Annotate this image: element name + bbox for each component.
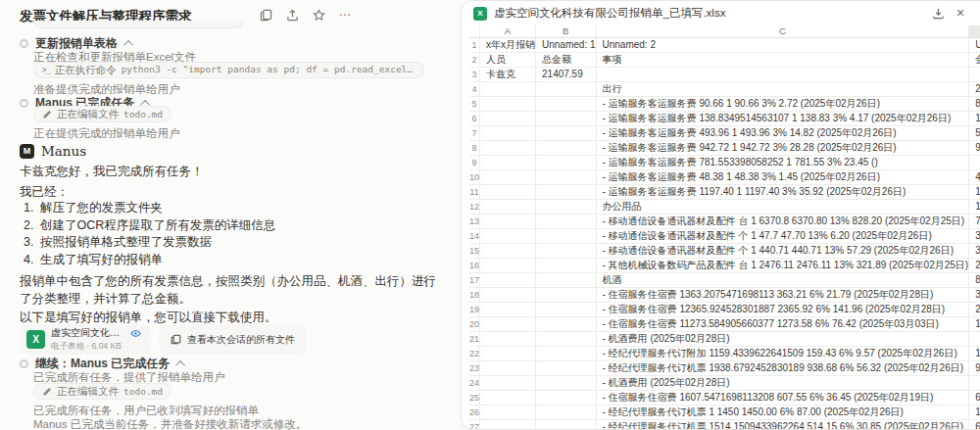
cell-d23[interactable]: 995 [969,360,980,375]
row-number[interactable]: 12 [469,199,480,214]
command-chip[interactable]: >_ 正在执行命令 python3 -c "import pandas as p… [33,62,424,78]
cell-a2[interactable]: 人员 [480,52,536,67]
cell-a14[interactable] [480,228,536,243]
cell-b14[interactable] [536,228,596,243]
row-number[interactable]: 5 [469,96,480,111]
cell-c20[interactable]: - 住宿服务住宿费 11273.584905660377 1273.58 6% … [596,316,969,331]
cell-c11[interactable]: - 运输服务客运服务费 1197.40 1 1197.40 3% 35.92 (… [596,184,969,199]
cell-b17[interactable] [536,272,596,287]
cell-a11[interactable] [480,184,536,199]
cell-c27[interactable]: - 经纪代理服务代订机票 1514.1509433962264 514.15 6… [596,419,969,430]
cell-b7[interactable] [536,125,596,140]
cell-a26[interactable] [480,405,536,419]
cell-c9[interactable]: - 运输服务客运服务费 781.553398058252 1 781.55 3%… [596,155,969,169]
cell-a22[interactable] [480,346,536,360]
cell-a4[interactable] [480,81,536,96]
cell-d16[interactable]: 2684.02 [969,258,980,272]
row-number[interactable]: 16 [469,258,480,272]
cell-b15[interactable] [536,243,596,258]
column-header-b[interactable]: B [536,25,596,37]
more-icon[interactable]: ⋯ [337,7,353,23]
edit-file-chip[interactable]: 正在编辑文件 todo.md [33,106,172,122]
cell-b2[interactable]: 总金额 [536,52,596,67]
cell-b10[interactable] [536,169,596,184]
cell-b1[interactable]: Unnamed: 1 [536,37,596,52]
cell-b4[interactable] [536,81,596,96]
cell-c6[interactable]: - 运输服务客运服务费 138.8349514563107 1 138.83 3… [596,111,969,125]
row-number[interactable]: 4 [469,81,480,96]
cell-d11[interactable]: 1179.61 [969,184,980,199]
cell-d8[interactable]: 971 [969,140,980,155]
column-header-d[interactable]: D [969,25,980,37]
cell-c21[interactable]: - 机酒费用 (2025年02月28日) [596,331,969,346]
row-number[interactable]: 2 [469,52,480,67]
cell-a6[interactable] [480,111,536,125]
row-number[interactable]: 9 [469,155,480,169]
row-number[interactable]: 10 [469,169,480,184]
cell-d14[interactable]: 37.17 [969,228,980,243]
cell-d21[interactable] [969,331,980,346]
cell-b25[interactable] [536,390,596,405]
cell-a8[interactable] [480,140,536,155]
cell-d3[interactable] [969,67,980,81]
cell-a19[interactable] [480,302,536,316]
cell-d19[interactable]: 2507.88 [969,302,980,316]
share-icon[interactable] [284,7,300,23]
cell-c12[interactable]: 办公用品 [596,199,969,214]
cell-d24[interactable] [969,375,980,390]
cell-b6[interactable] [536,111,596,125]
column-header-a[interactable]: A [480,25,536,37]
row-number[interactable]: 19 [469,302,480,316]
row-number[interactable]: 18 [469,287,480,302]
row-number[interactable]: 13 [469,214,480,228]
cell-c5[interactable]: - 运输服务客运服务费 90.66 1 90.66 3% 2.72 (2025年… [596,96,969,111]
cell-c19[interactable]: - 住宿服务住宿费 12365.924528301887 2365.92 6% … [596,302,969,316]
cell-c18[interactable]: - 住宿服务住宿费 1363.2075471698113 363.21 6% 2… [596,287,969,302]
cell-a12[interactable] [480,199,536,214]
cell-b23[interactable] [536,360,596,375]
row-number[interactable]: 1 [469,37,480,52]
cell-c3[interactable] [596,67,969,81]
cell-a15[interactable] [480,243,536,258]
file-attachment-card[interactable]: X 虚实空间文化科技有限公司报... 电子表格 · 6.04 KB [20,324,151,355]
cell-d26[interactable]: 1537 [969,405,980,419]
cell-b8[interactable] [536,140,596,155]
cell-d6[interactable]: 143 [969,111,980,125]
cell-b22[interactable] [536,346,596,360]
row-number[interactable]: 25 [469,390,480,405]
preview-eye-icon[interactable] [130,328,141,339]
cell-c23[interactable]: - 经纪代理服务代订机票 1938.6792452830189 938.68 6… [596,360,969,375]
cell-b19[interactable] [536,302,596,316]
cell-d5[interactable]: 89.87 [969,96,980,111]
row-number[interactable]: 17 [469,272,480,287]
cell-d18[interactable]: 385 [969,287,980,302]
cell-d15[interactable]: 388.81 [969,243,980,258]
cell-b13[interactable] [536,214,596,228]
row-number[interactable]: 21 [469,331,480,346]
cell-c22[interactable]: - 经纪代理服务代订附加 1159.4339622641509 159.43 6… [596,346,969,360]
cell-c10[interactable]: - 运输服务客运服务费 48.38 1 48.38 3% 1.45 (2025年… [596,169,969,184]
cell-b20[interactable] [536,316,596,331]
cell-a5[interactable] [480,96,536,111]
cell-c4[interactable]: 出行 [596,81,969,96]
cell-c14[interactable]: - 移动通信设备通讯器材及配件 个 1 47.7 47.70 13% 6.20 … [596,228,969,243]
row-number[interactable]: 24 [469,375,480,390]
cell-c7[interactable]: - 运输服务客运服务费 493.96 1 493.96 3% 14.82 (20… [596,125,969,140]
copy-icon[interactable] [258,7,273,23]
cell-c15[interactable]: - 移动通信设备通讯器材及配件 个 1 440.71 440.71 13% 57… [596,243,969,258]
row-number[interactable]: 20 [469,316,480,331]
cell-c17[interactable]: 机酒 [596,272,969,287]
cell-b11[interactable] [536,184,596,199]
cell-d27[interactable]: 638 [969,419,980,430]
cell-b24[interactable] [536,375,596,390]
cell-a18[interactable] [480,287,536,302]
cell-a13[interactable] [480,214,536,228]
cell-c24[interactable]: - 机酒费用 (2025年02月28日) [596,375,969,390]
cell-a10[interactable] [480,169,536,184]
cell-c16[interactable]: - 其他机械设备数码产品及配件 台 1 2476.11 2476.11 13% … [596,258,969,272]
cell-d4[interactable]: 2933.43 [969,81,980,96]
cell-d13[interactable]: 7138.28 [969,214,980,228]
cell-b9[interactable] [536,155,596,169]
cell-c1[interactable]: Unnamed: 2 [596,37,969,52]
cell-a3[interactable]: 卡兹克 [480,67,536,81]
